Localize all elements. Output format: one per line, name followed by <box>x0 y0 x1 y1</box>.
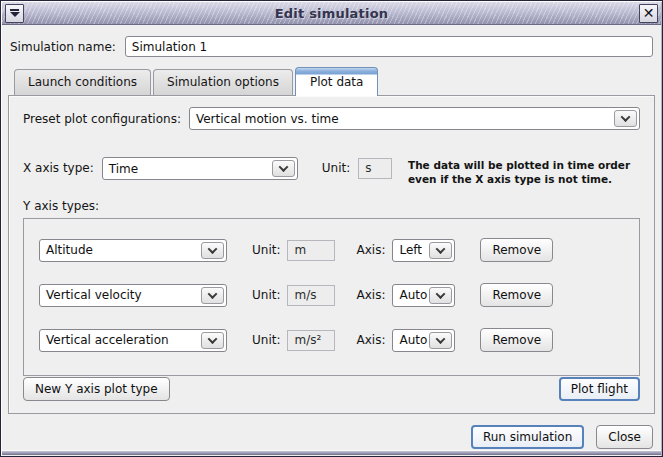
y-axis-types-group: Altitude Unit: m Axis: Left Remove Verti… <box>23 218 640 376</box>
dialog-footer: Run simulation Close <box>10 425 653 449</box>
unit-value: m/s <box>287 285 335 306</box>
window-title: Edit simulation <box>27 6 636 21</box>
chevron-down-icon <box>621 112 631 122</box>
axis-label: Axis: <box>356 329 385 352</box>
simulation-name-row: Simulation name: <box>10 36 653 57</box>
window-menu-button[interactable] <box>5 4 24 23</box>
y-axis-type-dropdown-button[interactable] <box>201 332 224 349</box>
axis-label: Axis: <box>356 239 385 262</box>
close-button[interactable]: Close <box>596 425 653 449</box>
x-axis-unit-label: Unit: <box>322 157 350 180</box>
remove-y-axis-button-2[interactable]: Remove <box>480 328 553 352</box>
simulation-name-label: Simulation name: <box>10 40 116 54</box>
y-axis-type-value: Vertical velocity <box>40 288 201 302</box>
x-axis-type-value: Time <box>103 162 272 176</box>
x-axis-note: The data will be plotted in time order e… <box>408 158 640 186</box>
remove-y-axis-button-1[interactable]: Remove <box>480 283 553 307</box>
y-axis-type-select-1[interactable]: Vertical velocity <box>39 284 227 307</box>
axis-label: Axis: <box>356 284 385 307</box>
plot-flight-button[interactable]: Plot flight <box>559 377 640 401</box>
axis-select-0[interactable]: Left <box>392 239 455 262</box>
unit-label: Unit: <box>252 284 280 307</box>
y-axis-type-dropdown-button[interactable] <box>201 287 224 304</box>
unit-label: Unit: <box>252 239 280 262</box>
x-axis-unit-value: s <box>358 158 392 179</box>
preset-config-select[interactable]: Vertical motion vs. time <box>189 107 640 130</box>
chevron-down-icon <box>436 334 446 344</box>
axis-select-2[interactable]: Auto <box>392 329 455 352</box>
unit-value: m/s² <box>287 330 335 351</box>
unit-value: m <box>287 240 335 261</box>
y-axis-row: Vertical acceleration Unit: m/s² Axis: A… <box>39 328 624 352</box>
preset-config-value: Vertical motion vs. time <box>190 112 614 126</box>
tab-simulation-options[interactable]: Simulation options <box>153 69 293 95</box>
axis-dropdown-button[interactable] <box>429 287 452 304</box>
y-axis-row: Vertical velocity Unit: m/s Axis: Auto R… <box>39 283 624 307</box>
plot-data-panel: Preset plot configurations: Vertical mot… <box>8 95 655 414</box>
window-menu-icon <box>10 9 20 17</box>
axis-dropdown-button[interactable] <box>429 242 452 259</box>
preset-config-row: Preset plot configurations: Vertical mot… <box>23 107 640 130</box>
axis-value: Auto <box>393 333 429 347</box>
edit-simulation-dialog: Edit simulation ✕ Simulation name: Launc… <box>0 0 663 457</box>
tab-bar: Launch conditions Simulation options Plo… <box>14 67 655 95</box>
axis-select-1[interactable]: Auto <box>392 284 455 307</box>
y-axis-types-label: Y axis types: <box>23 199 640 213</box>
x-axis-type-label: X axis type: <box>23 157 94 180</box>
preset-config-label: Preset plot configurations: <box>23 112 181 126</box>
new-y-axis-plot-type-button[interactable]: New Y axis plot type <box>23 377 170 401</box>
plot-panel-actions: New Y axis plot type Plot flight <box>23 377 640 401</box>
y-axis-row: Altitude Unit: m Axis: Left Remove <box>39 238 624 262</box>
x-axis-type-select[interactable]: Time <box>102 157 298 180</box>
dialog-content: Simulation name: Launch conditions Simul… <box>1 25 662 450</box>
y-axis-type-select-0[interactable]: Altitude <box>39 239 227 262</box>
y-axis-type-select-2[interactable]: Vertical acceleration <box>39 329 227 352</box>
x-axis-row: X axis type: Time Unit: s The data will … <box>23 157 640 186</box>
titlebar[interactable]: Edit simulation ✕ <box>2 2 661 25</box>
x-axis-dropdown-button[interactable] <box>272 160 295 177</box>
remove-y-axis-button-0[interactable]: Remove <box>480 238 553 262</box>
simulation-name-input[interactable] <box>125 36 653 57</box>
tab-launch-conditions[interactable]: Launch conditions <box>14 69 151 95</box>
unit-label: Unit: <box>252 329 280 352</box>
close-icon: ✕ <box>643 6 655 20</box>
y-axis-type-dropdown-button[interactable] <box>201 242 224 259</box>
close-window-button[interactable]: ✕ <box>639 4 658 23</box>
y-axis-type-value: Vertical acceleration <box>40 333 201 347</box>
preset-config-dropdown-button[interactable] <box>614 110 637 127</box>
chevron-down-icon <box>278 162 288 172</box>
chevron-down-icon <box>436 289 446 299</box>
chevron-down-icon <box>208 244 218 254</box>
axis-dropdown-button[interactable] <box>429 332 452 349</box>
chevron-down-icon <box>208 289 218 299</box>
axis-value: Left <box>393 243 429 257</box>
y-axis-type-value: Altitude <box>40 243 201 257</box>
tab-plot-data[interactable]: Plot data <box>295 67 378 96</box>
run-simulation-button[interactable]: Run simulation <box>471 425 584 449</box>
axis-value: Auto <box>393 288 429 302</box>
chevron-down-icon <box>436 244 446 254</box>
chevron-down-icon <box>208 334 218 344</box>
